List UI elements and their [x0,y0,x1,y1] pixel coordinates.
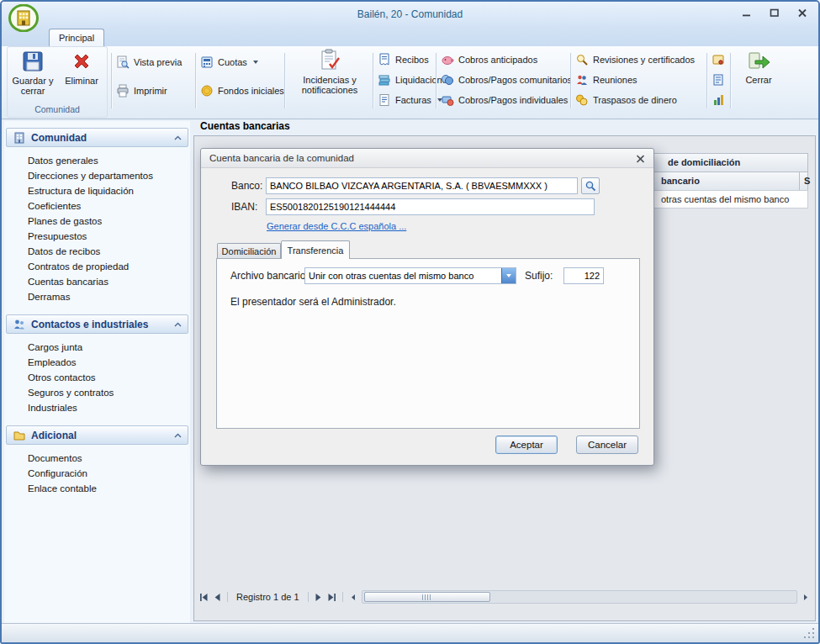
ribbon-group-caption: Comunidad [8,104,107,114]
sidebar-item-configuracion[interactable]: Configuración [4,466,190,481]
individual-payments-icon [441,93,454,107]
bank-search-button[interactable] [581,177,600,194]
section-title: Comunidad [31,132,169,144]
invoices-label: Facturas [395,95,431,105]
invoices-icon [378,93,391,107]
tab-domiciliacion[interactable]: Domiciliación [217,243,281,258]
meetings-button[interactable]: Reuniones [575,71,637,88]
sidebar-item-empleados[interactable]: Empleados [4,355,190,370]
sidebar-items-contactos: Cargos junta Empleados Otros contactos S… [4,340,190,415]
invoices-button[interactable]: Facturas [378,92,442,108]
dialog-title-bar: Cuenta bancaria de la comunidad [201,149,653,168]
receipts-icon [378,53,391,66]
sidebar-item-datos-generales[interactable]: Datos generales [4,153,190,168]
ribbon-group-incidencias: Incidencias y notificaciones [289,46,370,119]
scroll-right-icon [801,593,810,602]
advance-collections-button[interactable]: Cobros anticipados [441,51,537,68]
maximize-button[interactable] [769,8,780,18]
sidebar-section-adicional[interactable]: Adicional [6,425,188,445]
sidebar-item-seguros[interactable]: Seguros y contratos [4,385,190,400]
scroll-left-button[interactable] [347,591,360,604]
sidebar-section-contactos[interactable]: Contactos e industriales [6,314,188,334]
sidebar-item-planes-gastos[interactable]: Planes de gastos [4,214,190,229]
delete-icon [70,50,93,73]
bank-account-dialog: Cuenta bancaria de la comunidad Banco: I… [200,148,654,466]
initial-funds-button[interactable]: Fondos iniciales [200,82,284,99]
sidebar-item-cuentas-bancarias[interactable]: Cuentas bancarias [4,274,190,289]
sidebar-item-coeficientes[interactable]: Coeficientes [4,198,190,214]
next-record-button[interactable] [312,591,325,604]
scrollbar-thumb[interactable] [364,592,490,602]
sidebar-item-estructura[interactable]: Estructura de liquidación [4,183,190,198]
sidebar-item-datos-recibos[interactable]: Datos de recibos [4,244,190,259]
quotas-icon [200,55,214,69]
receipts-button[interactable]: Recibos [378,51,429,68]
chevron-up-icon[interactable] [174,135,182,140]
combo-dropdown-button[interactable] [501,268,516,283]
bank-input[interactable] [266,177,578,194]
chevron-up-icon[interactable] [174,433,182,438]
minimize-button[interactable] [741,8,753,18]
sidebar-item-cargos-junta[interactable]: Cargos junta [4,340,190,355]
print-preview-button[interactable]: Vista previa [116,54,182,71]
first-record-button[interactable] [197,591,210,604]
advance-collections-icon [441,53,454,66]
close-window-button[interactable] [796,8,808,18]
sidebar-item-documentos[interactable]: Documentos [4,451,190,466]
last-record-icon [327,593,336,602]
document-tool-button[interactable] [712,71,725,88]
delete-button[interactable]: Eliminar [57,50,106,86]
save-and-close-label: Guardar y cerrar [8,76,57,96]
sidebar-item-derramas[interactable]: Derramas [4,289,190,304]
initial-funds-icon [200,84,214,98]
sidebar-item-otros-contactos[interactable]: Otros contactos [4,370,190,385]
save-and-close-button[interactable]: Guardar y cerrar [8,50,57,96]
bank-file-combo[interactable]: Unir con otras cuentas del mismo banco [304,267,516,284]
close-form-button[interactable]: Cerrar [735,49,782,85]
last-record-button[interactable] [325,591,339,604]
incidents-button[interactable]: Incidencias y notificaciones [289,49,370,95]
ribbon-separator [284,53,285,108]
incidents-icon [318,49,341,72]
ribbon-tab-row: Principal [2,27,818,46]
chart-tool-button[interactable] [712,92,725,108]
sidebar-item-enlace-contable[interactable]: Enlace contable [4,481,190,496]
chevron-up-icon[interactable] [174,322,182,327]
scroll-right-button[interactable] [799,591,812,604]
ribbon-separator [195,53,196,108]
sidebar-item-industriales[interactable]: Industriales [4,400,190,415]
cancel-button[interactable]: Cancelar [576,435,638,454]
tab-principal[interactable]: Principal [49,29,104,46]
accept-button[interactable]: Aceptar [495,435,558,454]
suffix-input[interactable] [563,267,604,284]
search-icon [585,180,596,192]
individual-payments-button[interactable]: Cobros/Pagos individuales [441,92,568,108]
resize-grip-icon[interactable] [812,628,814,630]
print-button[interactable]: Imprimir [116,82,167,99]
certificate-tool-button[interactable] [712,51,725,68]
record-count-text: Registro 1 de 1 [231,592,304,602]
section-title: Adicional [31,430,169,441]
close-icon [797,8,807,18]
money-transfer-button[interactable]: Traspasos de dinero [575,92,677,108]
money-transfer-icon [575,93,589,107]
previous-record-button[interactable] [210,591,224,604]
ribbon-group-cobros: Cobros anticipados Cobros/Pagos comunita… [441,46,572,108]
navigator-divider [227,592,228,602]
reviews-certificates-label: Revisiones y certificados [593,55,695,65]
sidebar-section-comunidad[interactable]: Comunidad [6,128,188,147]
column-divider [799,172,800,190]
print-icon [116,84,130,98]
dialog-close-button[interactable] [634,153,646,164]
generate-from-ccc-link[interactable]: Generar desde C.C.C española ... [267,221,406,231]
sidebar-item-presupuestos[interactable]: Presupuestos [4,229,190,244]
horizontal-scrollbar[interactable] [362,590,797,604]
sidebar-item-direcciones[interactable]: Direcciones y departamentos [4,168,190,183]
community-payments-icon [441,73,454,87]
quotas-button[interactable]: Cuotas [200,54,258,71]
tab-transferencia[interactable]: Transferencia [281,240,350,259]
community-payments-button[interactable]: Cobros/Pagos comunitarios [441,71,572,88]
reviews-certificates-button[interactable]: Revisiones y certificados [575,51,695,68]
iban-input[interactable] [266,198,595,215]
sidebar-item-contratos[interactable]: Contratos de propiedad [4,259,190,274]
